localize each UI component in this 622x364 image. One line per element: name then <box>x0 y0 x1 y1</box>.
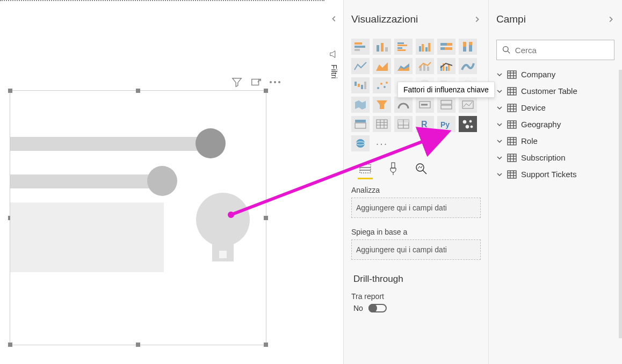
field-table-name: Subscription <box>521 153 566 162</box>
svg-rect-77 <box>508 71 516 78</box>
viz-area-chart-icon[interactable] <box>373 58 391 74</box>
svg-point-64 <box>466 125 469 128</box>
visual-placeholder <box>10 128 266 279</box>
viz-card-icon[interactable] <box>416 97 434 113</box>
more-options-icon[interactable] <box>270 81 280 83</box>
focus-mode-icon[interactable] <box>250 76 262 88</box>
expand-fields-icon[interactable] <box>607 16 614 23</box>
viz-stacked-column-icon[interactable] <box>373 39 391 55</box>
visualizations-pane: Visualizzazioni <box>344 0 489 364</box>
viz-line-chart-icon[interactable] <box>351 58 370 74</box>
chevron-down-icon <box>496 88 503 94</box>
get-more-visuals-icon[interactable]: ··· <box>373 135 391 151</box>
svg-rect-46 <box>441 100 452 104</box>
svg-rect-102 <box>508 154 516 162</box>
viz-line-stacked-column-icon[interactable] <box>416 58 434 74</box>
resize-handle[interactable] <box>264 89 268 93</box>
fields-tab-icon[interactable] <box>358 161 373 176</box>
field-table-item[interactable]: Support Tickets <box>496 170 614 179</box>
viz-arcgis-icon[interactable] <box>351 135 370 151</box>
collapse-filters-icon[interactable] <box>330 15 338 23</box>
svg-rect-97 <box>508 137 516 145</box>
svg-rect-51 <box>377 120 387 128</box>
lightbulb-icon <box>196 193 250 268</box>
svg-point-73 <box>416 164 424 171</box>
viz-slicer-icon[interactable] <box>351 116 370 132</box>
drill-through-header: Drill-through <box>351 274 481 285</box>
viz-clustered-bar-icon[interactable] <box>394 39 413 55</box>
analyze-field-well[interactable]: Aggiungere qui i campi dati <box>351 198 481 218</box>
viz-clustered-column-icon[interactable] <box>416 39 434 55</box>
viz-funnel-icon[interactable] <box>373 97 391 113</box>
viz-scatter-icon[interactable] <box>373 77 391 93</box>
viz-table-icon[interactable] <box>373 116 391 132</box>
explain-by-label: Spiega in base a <box>351 228 481 236</box>
resize-handle[interactable] <box>8 343 12 347</box>
filters-label[interactable]: Filtri <box>330 64 338 78</box>
resize-handle[interactable] <box>264 343 268 347</box>
fields-search[interactable] <box>496 40 614 60</box>
svg-point-35 <box>380 83 382 85</box>
svg-rect-29 <box>448 64 450 71</box>
viz-r-script-icon[interactable]: R <box>416 116 434 132</box>
svg-rect-3 <box>355 49 360 51</box>
fields-search-input[interactable] <box>515 46 609 55</box>
expand-visualizations-icon[interactable] <box>473 16 481 23</box>
svg-rect-1 <box>355 42 362 45</box>
field-table-item[interactable]: Subscription <box>496 153 614 162</box>
resize-handle[interactable] <box>136 343 140 347</box>
resize-handle[interactable] <box>8 89 12 93</box>
resize-handle[interactable] <box>136 89 140 93</box>
viz-waterfall-icon[interactable] <box>351 77 370 93</box>
chevron-down-icon <box>496 121 503 128</box>
field-table-name: Role <box>521 136 538 145</box>
svg-rect-71 <box>392 163 395 168</box>
key-influencers-visual[interactable] <box>10 90 266 345</box>
report-canvas[interactable] <box>0 0 324 364</box>
analytics-tab-icon[interactable] <box>414 161 429 176</box>
viz-multirow-card-icon[interactable] <box>437 97 455 113</box>
field-table-item[interactable]: Customer Table <box>496 86 614 96</box>
viz-gauge-icon[interactable] <box>394 97 413 113</box>
viz-ribbon-chart-icon[interactable] <box>459 58 477 74</box>
viz-kpi-icon[interactable] <box>459 97 477 113</box>
svg-rect-31 <box>358 84 360 87</box>
svg-point-75 <box>503 47 508 52</box>
search-icon <box>502 45 511 55</box>
viz-stacked-area-icon[interactable] <box>394 58 413 74</box>
scrollbar[interactable] <box>619 70 622 338</box>
explain-by-field-well[interactable]: Aggiungere qui i campi dati <box>351 239 481 260</box>
viz-filled-map-icon[interactable] <box>351 97 370 113</box>
svg-rect-30 <box>355 82 357 86</box>
chevron-down-icon <box>496 155 503 161</box>
svg-rect-33 <box>364 82 366 89</box>
format-tab-icon[interactable] <box>386 161 401 176</box>
field-table-name: Customer Table <box>521 86 577 96</box>
svg-point-66 <box>356 139 365 148</box>
viz-python-icon[interactable]: Py <box>437 116 455 132</box>
svg-rect-107 <box>508 171 516 178</box>
svg-point-63 <box>469 120 472 122</box>
svg-rect-4 <box>377 45 379 52</box>
svg-rect-0 <box>252 79 259 85</box>
viz-matrix-icon[interactable] <box>394 116 413 132</box>
svg-line-76 <box>508 51 510 53</box>
svg-rect-22 <box>469 42 472 45</box>
filter-icon[interactable] <box>231 76 243 88</box>
field-table-item[interactable]: Company <box>496 70 614 79</box>
viz-key-influencers-icon[interactable] <box>459 116 477 132</box>
filters-pane: Filtri <box>324 0 344 364</box>
viz-100-stacked-bar-icon[interactable] <box>437 39 455 55</box>
svg-rect-14 <box>428 43 430 52</box>
svg-text:R: R <box>421 120 428 129</box>
cross-report-toggle[interactable] <box>368 304 387 312</box>
viz-stacked-bar-icon[interactable] <box>351 39 370 55</box>
field-table-item[interactable]: Geography <box>496 120 614 129</box>
table-icon <box>507 170 517 179</box>
field-table-item[interactable]: Device <box>496 103 614 112</box>
field-table-item[interactable]: Role <box>496 136 614 145</box>
viz-100-stacked-column-icon[interactable] <box>459 39 477 55</box>
svg-rect-50 <box>355 123 366 128</box>
table-icon <box>507 154 517 162</box>
viz-line-clustered-column-icon[interactable] <box>437 58 455 74</box>
